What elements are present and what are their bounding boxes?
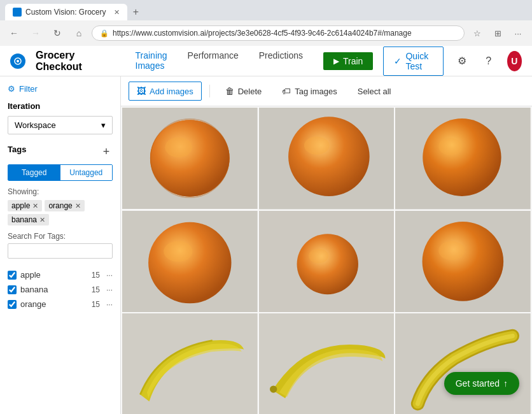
app-logo [10,54,25,69]
add-tag-button[interactable]: + [100,146,113,159]
help-button[interactable]: ? [480,50,497,73]
chip-apple-close[interactable]: ✕ [32,202,38,210]
address-text: https://www.customvision.ai/projects/3e3… [113,29,456,38]
image-cell[interactable] [259,211,395,313]
chip-orange: orange ✕ [45,200,84,211]
browser-tab[interactable]: Custom Vision: Grocery ✕ [5,4,127,20]
iteration-label: Iteration [8,101,113,111]
chip-apple-label: apple [11,201,30,210]
svg-point-8 [288,117,370,196]
image-cell[interactable] [395,108,531,210]
add-images-label: Add images [150,87,193,96]
tab-close-icon[interactable]: ✕ [114,8,120,17]
tag-more-apple[interactable]: ··· [106,271,113,280]
svg-point-20 [423,222,504,301]
tab-performance[interactable]: Performance [178,41,249,81]
tag-count-banana: 15 [92,285,100,294]
chip-orange-close[interactable]: ✕ [75,202,81,210]
chip-banana: banana ✕ [8,214,49,225]
arrow-up-icon: ↑ [503,378,508,389]
add-icon: 🖼 [137,86,146,96]
address-bar[interactable]: 🔒 https://www.customvision.ai/projects/3… [92,25,465,41]
untagged-toggle[interactable]: Untagged [60,165,113,180]
tag-name-orange: orange [20,299,88,309]
forward-button[interactable]: → [27,24,45,42]
tag-name-banana: banana [20,285,88,294]
svg-rect-23 [259,313,395,414]
svg-point-11 [423,118,501,196]
tag-item-banana: banana 15 ··· [8,282,113,297]
refresh-button[interactable]: ↻ [48,24,66,42]
chip-apple: apple ✕ [8,200,42,211]
app-title: Grocery Checkout [36,50,100,73]
settings-button[interactable]: ⚙ [454,50,470,73]
tab-training-images[interactable]: Training Images [125,41,178,81]
tag-item-orange: orange 15 ··· [8,297,113,311]
add-images-button[interactable]: 🖼 Add images [129,82,202,101]
chevron-down-icon: ▾ [101,120,106,130]
tag-images-button[interactable]: 🏷 Tag images [274,82,344,100]
quick-test-button[interactable]: ✓ Quick Test [383,46,443,76]
tag-images-label: Tag images [295,87,337,96]
grid-toolbar: 🖼 Add images 🗑 Delete 🏷 Tag images Selec… [121,76,532,106]
train-button[interactable]: ▶ Train [323,52,373,70]
tag-checkbox-banana[interactable] [8,285,17,294]
svg-point-1 [17,60,19,62]
sidebar: ⚙ Filter Iteration Workspace ▾ Tags + Ta… [0,76,121,414]
tag-count-apple: 15 [92,271,100,280]
app-container: Grocery Checkout Training Images Perform… [0,46,532,414]
image-cell[interactable] [122,313,258,414]
train-button-label: Train [343,56,363,66]
image-cell[interactable] [259,313,395,414]
image-grid-container: 🖼 Add images 🗑 Delete 🏷 Tag images Selec… [121,76,532,414]
play-icon: ▶ [333,57,339,66]
svg-point-17 [297,234,358,294]
tag-toggle: Tagged Untagged [8,164,113,181]
tag-name-apple: apple [20,270,88,280]
iteration-dropdown[interactable]: Workspace ▾ [8,116,113,134]
back-button[interactable]: ← [5,24,23,42]
image-cell[interactable] [122,108,258,209]
tag-checkbox-apple[interactable] [8,271,17,280]
filter-button[interactable]: ⚙ Filter [8,84,113,94]
svg-point-24 [270,385,277,392]
tag-more-orange[interactable]: ··· [106,300,113,309]
favorites-icon[interactable]: ☆ [468,24,486,42]
collections-icon[interactable]: ⊞ [489,24,507,42]
avatar[interactable]: U [507,51,522,71]
nav-tabs: Training Images Performance Predictions [125,41,313,81]
image-cell[interactable] [259,108,395,210]
showing-label: Showing: [8,187,113,196]
tag-more-banana[interactable]: ··· [106,285,113,294]
new-tab-button[interactable]: + [129,4,144,20]
tag-chips: apple ✕ orange ✕ banana ✕ [8,200,113,225]
tab-title: Custom Vision: Grocery [25,8,106,17]
home-button[interactable]: ⌂ [70,24,88,42]
tagged-toggle[interactable]: Tagged [8,165,60,180]
toolbar-divider [209,85,210,97]
search-tags-input[interactable] [8,243,113,259]
filter-icon: ⚙ [8,84,15,94]
chip-banana-close[interactable]: ✕ [39,216,45,224]
quick-test-label: Quick Test [405,51,432,71]
browser-chrome: Custom Vision: Grocery ✕ + ← → ↻ ⌂ 🔒 htt… [0,0,532,46]
svg-point-12 [438,138,462,155]
delete-button[interactable]: 🗑 Delete [218,82,270,100]
image-cell[interactable] [395,211,531,313]
filter-label: Filter [19,84,38,94]
svg-point-21 [438,241,465,260]
tags-label: Tags [8,145,26,154]
trash-icon: 🗑 [225,86,234,96]
select-all-button[interactable]: Select all [350,83,399,100]
image-cell[interactable] [395,313,531,414]
tag-item-apple: apple 15 ··· [8,268,113,282]
tag-checkbox-orange[interactable] [8,300,17,309]
svg-point-4 [150,120,230,196]
image-cell[interactable] [122,211,258,312]
get-started-button[interactable]: Get started ↑ [444,372,519,395]
svg-point-14 [148,222,231,303]
browser-menu-icon[interactable]: ··· [509,24,527,42]
svg-rect-22 [122,313,258,414]
chip-orange-label: orange [48,201,72,210]
tab-predictions[interactable]: Predictions [249,41,313,81]
